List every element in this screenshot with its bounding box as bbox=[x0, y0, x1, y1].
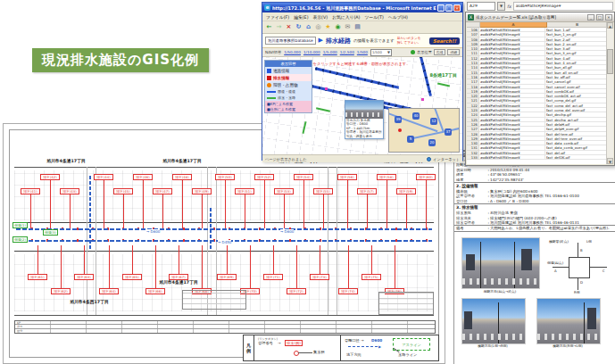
menu-item[interactable]: ヘルプ(H) bbox=[388, 14, 408, 20]
drain-link-button[interactable]: 排水(57) bbox=[357, 188, 377, 194]
leader-line bbox=[202, 194, 203, 228]
drain-link-button[interactable]: 排水(71) bbox=[263, 274, 283, 280]
scale-link[interactable]: 1/50,000 bbox=[284, 50, 301, 54]
minimize-button[interactable]: _ bbox=[587, 14, 594, 21]
maximize-button[interactable]: □ bbox=[445, 4, 453, 12]
drain-link-button[interactable]: 排水(48) bbox=[172, 174, 192, 180]
report-section-title: 2. 設備情報 bbox=[454, 182, 615, 189]
toolbar-icon[interactable]: ⌂ bbox=[304, 23, 312, 31]
maximize-button[interactable]: □ bbox=[596, 14, 603, 21]
wide-button[interactable]: 広域 bbox=[434, 49, 446, 55]
drain-link-button[interactable]: 排水(64) bbox=[99, 288, 119, 294]
drain-link-button[interactable]: 排水(56) bbox=[337, 174, 357, 180]
close-button[interactable]: × bbox=[605, 14, 612, 21]
drain-label-text: 排水(47) bbox=[153, 188, 172, 194]
sidebar-search-link[interactable]: ■住所による検索 bbox=[267, 107, 310, 112]
legend-flow-label: 流下方向 bbox=[346, 352, 362, 357]
scale-select[interactable]: 1/500 ▼ bbox=[370, 49, 392, 56]
drain-link-button[interactable]: 排水(44) bbox=[94, 174, 113, 180]
drain-link-button[interactable]: 排水(52) bbox=[254, 174, 274, 180]
row-number[interactable]: 133 bbox=[467, 155, 479, 160]
cell-filename[interactable]: fact_delOK.gif bbox=[545, 155, 607, 160]
scale-link[interactable]: 1/10,000 bbox=[303, 50, 320, 54]
drain-link-button[interactable]: 排水(61) bbox=[28, 274, 47, 280]
drain-link-button[interactable]: 排水(62) bbox=[51, 288, 71, 294]
toolbar-icon[interactable]: ★ bbox=[324, 23, 332, 31]
sidebar-item-lighting[interactable]: 照明・占用物 bbox=[265, 81, 312, 88]
scroll-down-icon[interactable]: ▼ bbox=[607, 158, 613, 164]
cell-path[interactable]: asdb¥Paths¥JR¥Image¥ bbox=[479, 155, 545, 160]
search-button[interactable]: Search!! bbox=[429, 37, 460, 45]
field-label: 排水管理者 bbox=[456, 220, 486, 225]
leader-line bbox=[225, 180, 226, 228]
drain-link-button[interactable]: 排水(50) bbox=[215, 174, 235, 180]
workbook-title-bar[interactable]: X 排水システムデータ一覧.xls [読み取り専用] _ □ × bbox=[466, 12, 614, 22]
diagram-d: D bbox=[580, 280, 583, 285]
drain-link-button[interactable]: 排水(65) bbox=[122, 274, 142, 280]
menu-item[interactable]: 編集(E) bbox=[294, 14, 308, 20]
toolbar-icon[interactable]: ✉ bbox=[344, 23, 352, 31]
drain-route-line[interactable] bbox=[315, 67, 399, 89]
cell-name-box[interactable]: A29 bbox=[467, 2, 495, 11]
gutter-label: 側溝(2) bbox=[12, 236, 28, 243]
feature-popup[interactable]: 排水(52) 集水桝管口径：D600KP：1.4457km管理者：旭川道路事務所… bbox=[345, 100, 384, 139]
drain-link-button[interactable]: 排水(54) bbox=[294, 174, 313, 180]
minimize-button[interactable]: _ bbox=[437, 4, 445, 12]
leader-line bbox=[109, 245, 110, 288]
drain-link-button[interactable]: 排水(51) bbox=[235, 188, 254, 194]
drain-link-button[interactable]: 排水(41) bbox=[21, 188, 40, 194]
close-button[interactable]: × bbox=[453, 4, 461, 12]
drain-link-button[interactable]: 排水(46) bbox=[133, 174, 153, 180]
sidebar-item-road[interactable]: 道路情報 bbox=[265, 67, 312, 74]
toolbar-icon[interactable]: → bbox=[275, 23, 283, 31]
drain-link-button[interactable]: 排水(55) bbox=[313, 188, 333, 194]
detail-table-box bbox=[182, 290, 246, 310]
sheet-rows: 106 asdb¥Paths¥JR¥Image¥ fact_bun_1.gif … bbox=[467, 28, 607, 160]
browser-title-bar[interactable]: e http://172.16.36.56 - 旭川道路事務所Database … bbox=[262, 3, 462, 12]
menu-item[interactable]: お気に入り(A) bbox=[332, 14, 360, 20]
chevron-down-icon[interactable]: ▼ bbox=[497, 2, 505, 11]
scale-link[interactable]: 1/5,000 bbox=[323, 50, 337, 54]
overview-minimap[interactable]: 39401237520 bbox=[388, 108, 460, 153]
diagram-line-right bbox=[589, 267, 607, 268]
diagram-b: B bbox=[580, 248, 583, 252]
drain-link-button[interactable]: 排水(72) bbox=[287, 288, 306, 294]
drain-link-button[interactable]: 排水(60) bbox=[416, 174, 436, 180]
toolbar-icon[interactable]: ▤ bbox=[353, 23, 362, 31]
drain-link-button[interactable]: 排水(63) bbox=[74, 274, 94, 280]
drain-link-button[interactable]: 排水(75) bbox=[362, 274, 381, 280]
scale-link[interactable]: 1/2,500 bbox=[340, 50, 354, 54]
drain-link-button[interactable]: 排水(43) bbox=[60, 188, 79, 194]
menu-item[interactable]: ファイル(F) bbox=[266, 14, 289, 20]
scale-link[interactable]: 1/500 bbox=[357, 50, 368, 54]
vertical-scrollbar[interactable]: ▲ ▼ bbox=[606, 22, 613, 164]
legend-leader bbox=[298, 352, 312, 353]
drain-link-button[interactable]: 排水(74) bbox=[338, 288, 358, 294]
drain-link-button[interactable]: 排水(73) bbox=[310, 274, 329, 280]
drain-link-button[interactable]: 排水(59) bbox=[396, 188, 416, 194]
legend-title-char: 例 bbox=[246, 348, 251, 353]
drain-link-button[interactable]: 排水(45) bbox=[113, 188, 133, 194]
drain-link-button[interactable]: 排水(49) bbox=[192, 188, 212, 194]
leader-line bbox=[320, 245, 320, 274]
drain-link-button[interactable]: 排水(66) bbox=[145, 288, 165, 294]
formula-input[interactable]: asdb¥Paths¥JR¥Image¥ bbox=[513, 2, 613, 11]
menu-item[interactable]: 表示(V) bbox=[313, 14, 328, 20]
drain-link-button[interactable]: 排水(53) bbox=[274, 188, 294, 194]
drain-link-button[interactable]: 排水(42) bbox=[40, 174, 60, 180]
toolbar-icon[interactable]: ◎ bbox=[314, 23, 322, 31]
scroll-thumb[interactable] bbox=[607, 49, 613, 74]
sidebar-item-drainage[interactable]: 排水情報 bbox=[265, 74, 312, 81]
drain-link-button[interactable]: 排水(47) bbox=[153, 188, 172, 194]
detail-button[interactable]: 詳細 bbox=[447, 49, 460, 55]
toolbar-icon[interactable]: ◉ bbox=[334, 23, 342, 31]
drain-link-button[interactable]: 排水(69) bbox=[217, 274, 237, 280]
map-viewport[interactable]: 施設をクリックすると関連する調書・図面が表示されます。 8条通17丁目 排水(5… bbox=[262, 57, 462, 154]
toolbar-icon[interactable]: × bbox=[285, 23, 293, 31]
menu-item[interactable]: ツール(T) bbox=[365, 14, 384, 20]
scroll-up-icon[interactable]: ▲ bbox=[607, 22, 613, 29]
drain-link-button[interactable]: 排水(58) bbox=[377, 174, 396, 180]
toolbar-icon[interactable]: ↻ bbox=[295, 23, 303, 31]
leader-line bbox=[162, 194, 163, 228]
toolbar-icon[interactable]: ← bbox=[265, 23, 273, 31]
